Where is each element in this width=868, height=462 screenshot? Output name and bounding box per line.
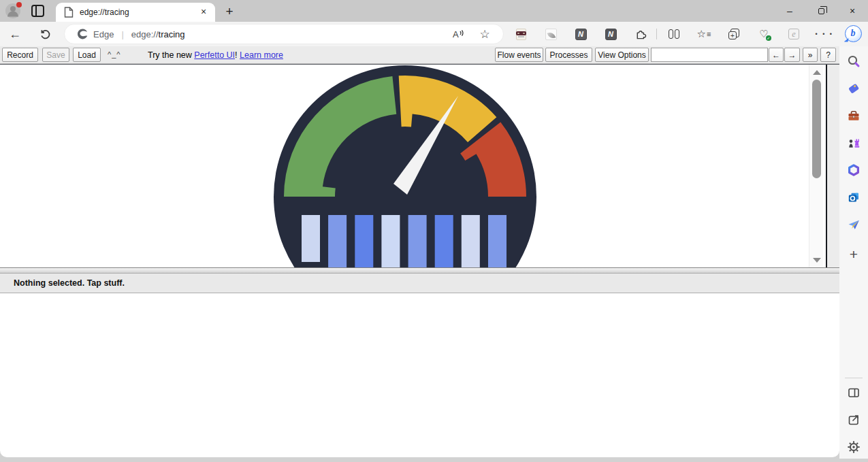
split-screen-icon bbox=[669, 29, 679, 39]
sidebar-settings-button[interactable] bbox=[839, 435, 868, 459]
scroll-down-arrow[interactable] bbox=[813, 258, 821, 263]
gauge-bar bbox=[355, 215, 373, 267]
learn-more-link[interactable]: Learn more bbox=[240, 50, 283, 60]
new-tab-button[interactable]: + bbox=[221, 3, 238, 20]
address-divider: | bbox=[121, 29, 123, 39]
timeline-view[interactable] bbox=[0, 64, 839, 267]
sidebar-item-games[interactable] bbox=[839, 131, 868, 155]
open-external-icon bbox=[847, 413, 861, 427]
search-icon bbox=[847, 54, 861, 68]
sidebar-item-tools[interactable] bbox=[839, 103, 868, 128]
perfetto-ui-link[interactable]: Perfetto UI bbox=[194, 50, 235, 60]
gauge-bar bbox=[435, 215, 453, 267]
restore-icon bbox=[818, 8, 824, 14]
pane-splitter[interactable] bbox=[0, 267, 839, 274]
perfetto-promo: Try the new Perfetto UI! Learn more bbox=[148, 50, 283, 60]
restore-button[interactable] bbox=[805, 0, 837, 22]
minimize-button[interactable]: – bbox=[774, 0, 805, 22]
gauge-bar bbox=[462, 215, 480, 267]
collections-icon: + bbox=[728, 29, 739, 39]
paper-plane-icon bbox=[847, 218, 861, 231]
speedometer-gauge bbox=[272, 65, 538, 267]
favorite-this-page-button[interactable]: ☆ bbox=[475, 24, 494, 44]
puzzle-icon bbox=[634, 28, 647, 40]
read-aloud-button[interactable]: A bbox=[448, 24, 467, 44]
url-scheme: edge:// bbox=[131, 29, 159, 39]
sidebar-panel-button[interactable] bbox=[839, 380, 868, 405]
plus-icon: + bbox=[850, 246, 858, 263]
sidebar-item-drop[interactable] bbox=[839, 212, 868, 237]
chess-games-icon bbox=[847, 136, 861, 150]
vertical-scrollbar[interactable] bbox=[809, 65, 823, 267]
expand-button[interactable]: » bbox=[803, 48, 818, 62]
record-button[interactable]: Record bbox=[2, 48, 38, 62]
toolbox-icon bbox=[847, 109, 861, 122]
refresh-button[interactable] bbox=[35, 24, 54, 44]
browser-toolbar: ← Edge | edge:// tracing A ☆ N N bbox=[0, 22, 868, 46]
scrollbar-thumb[interactable] bbox=[812, 80, 821, 178]
extension-mask-icon[interactable] bbox=[511, 24, 530, 44]
sidebar-item-outlook[interactable] bbox=[839, 185, 868, 210]
outlook-icon bbox=[847, 191, 861, 204]
promo-bang: ! bbox=[235, 50, 237, 60]
settings-menu-button[interactable]: • • • bbox=[815, 24, 834, 44]
favorites-icon: ☆≡ bbox=[697, 28, 711, 40]
edge-sidebar: + bbox=[839, 46, 868, 459]
extension-leaf-icon[interactable] bbox=[541, 24, 560, 44]
window-controls: – × bbox=[774, 0, 868, 22]
promo-text: Try the new bbox=[148, 50, 192, 60]
edge-logo-icon bbox=[76, 28, 89, 40]
bing-chat-button[interactable]: b bbox=[843, 24, 863, 43]
sidebar-item-search[interactable] bbox=[839, 49, 868, 73]
status-message: Nothing selected. Tap stuff. bbox=[14, 278, 125, 288]
favorites-button[interactable]: ☆≡ bbox=[694, 24, 713, 44]
sidebar-item-shopping[interactable] bbox=[839, 76, 868, 101]
view-options-button[interactable]: View Options bbox=[595, 48, 649, 62]
tracing-toolbar: Record Save Load ^_^ Try the new Perfett… bbox=[0, 46, 839, 64]
ellipsis-icon: • • • bbox=[816, 31, 834, 37]
find-input[interactable] bbox=[651, 48, 768, 62]
find-next-button[interactable]: → bbox=[784, 48, 800, 62]
browser-essentials-button[interactable]: ♡ ✓ bbox=[754, 24, 773, 44]
address-bar[interactable]: Edge | edge:// tracing bbox=[64, 24, 504, 44]
open-external-button[interactable] bbox=[839, 408, 868, 432]
load-button[interactable]: Load bbox=[73, 48, 101, 62]
gauge-bar bbox=[381, 215, 400, 267]
scroll-up-arrow[interactable] bbox=[813, 70, 821, 75]
tab-edge-tracing[interactable]: edge://tracing × bbox=[56, 3, 215, 22]
help-button[interactable]: ? bbox=[820, 48, 836, 62]
n-letter-icon: N bbox=[575, 29, 587, 40]
flow-events-button[interactable]: Flow events bbox=[495, 48, 543, 62]
close-button[interactable]: × bbox=[837, 0, 868, 22]
url-host: tracing bbox=[159, 29, 185, 39]
split-screen-button[interactable] bbox=[664, 24, 684, 44]
titlebar: edge://tracing × + – × bbox=[0, 0, 868, 22]
sidebar-divider bbox=[845, 378, 863, 378]
gauge-bar bbox=[408, 215, 427, 267]
mask-document-icon bbox=[516, 29, 526, 40]
extension-notepad-icon[interactable]: N bbox=[571, 24, 590, 44]
notification-dot bbox=[16, 2, 22, 7]
back-arrow-icon: ← bbox=[9, 27, 21, 42]
collections-button[interactable]: + bbox=[724, 24, 743, 44]
find-previous-button[interactable]: ← bbox=[769, 48, 784, 62]
sidebar-add-button[interactable]: + bbox=[839, 242, 868, 267]
svg-text:A: A bbox=[453, 29, 459, 39]
back-button[interactable]: ← bbox=[5, 24, 25, 44]
extension-notepad2-icon[interactable]: N bbox=[601, 24, 620, 44]
read-aloud-icon: A bbox=[451, 28, 464, 40]
toolbar-divider bbox=[656, 29, 657, 39]
workspaces-icon[interactable] bbox=[31, 5, 44, 17]
bing-icon: b bbox=[845, 25, 862, 42]
profile-avatar[interactable] bbox=[5, 3, 20, 18]
sidebar-item-microsoft-365[interactable] bbox=[839, 158, 868, 182]
analysis-panel bbox=[0, 293, 839, 457]
processes-button[interactable]: Processes bbox=[545, 48, 592, 62]
timeline-right-gutter bbox=[827, 65, 839, 267]
tab-close-icon[interactable]: × bbox=[197, 6, 210, 18]
leaf-icon bbox=[545, 29, 557, 40]
check-badge-icon: ✓ bbox=[766, 35, 771, 41]
extensions-menu-button[interactable] bbox=[631, 24, 650, 44]
heart-pulse-icon: ♡ ✓ bbox=[759, 28, 768, 40]
gauge-bar bbox=[488, 215, 507, 267]
